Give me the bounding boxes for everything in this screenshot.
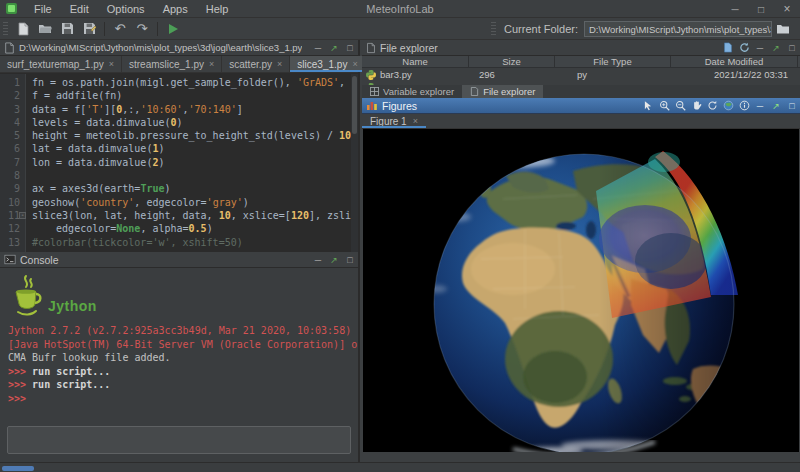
column-header-date-modified[interactable]: Date Modified [671,56,798,67]
editor-minimize-button[interactable]: ─ [310,41,326,55]
editor-tab-bar: surf_texturemap_1.py×streamslice_1.py×sc… [0,56,358,73]
menu-file[interactable]: File [25,0,61,18]
file-row-bar3.py[interactable]: bar3.py296py2021/12/22 03:31 [362,68,800,81]
fold-icon[interactable]: - [19,212,26,219]
figures-maximize-button[interactable]: □ [784,99,800,113]
figure-tab[interactable]: Figure 1 × [362,114,426,128]
console-line: Jython 2.7.2 (v2.7.2:925a3cc3b49d, Mar 2… [8,324,358,338]
open-folder-button[interactable] [34,19,56,39]
line-number: 7 [0,156,25,169]
figure-tab-label: Figure 1 [370,116,407,127]
pointer-icon [643,100,653,111]
save-button[interactable] [56,19,78,39]
new-file-small-button[interactable] [720,41,736,55]
code-editor[interactable]: 1234567891011-1213 fn = os.path.join(mig… [0,74,358,252]
zoom-out-tool-button[interactable] [672,99,688,113]
pointer-tool-button[interactable] [640,99,656,113]
menu-apps[interactable]: Apps [154,0,197,18]
console-minimize-button[interactable]: ─ [310,253,326,267]
column-header-name[interactable]: Name [362,56,469,67]
line-number: 2 [0,89,25,102]
console-maximize-button[interactable]: □ [342,253,358,267]
line-number: 11- [0,209,25,222]
console-popout-button[interactable]: ↗ [326,253,342,267]
console-line: >>> [8,392,358,406]
new-file-button[interactable] [12,19,34,39]
toolbar-grip [3,22,8,36]
console-line: >>> run script... [8,378,358,392]
identify-tool-button[interactable] [736,99,752,113]
file-explorer-maximize-button[interactable]: □ [784,41,800,55]
code-text[interactable]: fn = os.path.join(migl.get_sample_folder… [26,74,351,252]
pan-icon [691,100,702,111]
code-line: geoshow('country', edgecolor='gray') [32,196,351,209]
menu-edit[interactable]: Edit [61,0,98,18]
undo-button[interactable]: ↶ [109,19,131,39]
editor-tab-streamslice_1.py[interactable]: streamslice_1.py× [122,56,222,72]
new-file-icon [17,22,30,36]
code-line: edgecolor=None, alpha=0.5) [32,222,351,235]
browse-folder-button[interactable] [772,19,794,39]
new-file-blue-icon [723,42,733,53]
run-script-button[interactable] [162,19,184,39]
figures-minimize-button[interactable]: ─ [752,99,768,113]
console-line: >>> run script... [8,365,358,379]
zoom-out-icon [675,100,686,111]
editor-tab-slice3_1.py[interactable]: slice3_1.py× [290,56,365,72]
undo-icon: ↶ [115,22,126,35]
tab-close-icon[interactable]: × [109,59,114,69]
refresh-icon [739,42,750,53]
line-number: 6 [0,142,25,155]
editor-tab-scatter.py[interactable]: scatter.py× [222,56,290,72]
console-input[interactable] [7,426,351,454]
close-window-button[interactable]: × [774,0,800,18]
tab-close-icon[interactable]: × [209,59,214,69]
editor-tab-surf_texturemap_1.py[interactable]: surf_texturemap_1.py× [0,56,122,72]
globe-tool-button[interactable] [720,99,736,113]
code-line [32,169,351,182]
file-explorer-popout-button[interactable]: ↗ [768,41,784,55]
menu-help[interactable]: Help [197,0,238,18]
explorer-tab-bar: Variable explorerFile explorer [362,85,800,98]
jython-logo: Jython [10,274,358,320]
editor-tab-label: slice3_1.py [297,59,347,70]
editor-maximize-button[interactable]: □ [342,41,358,55]
column-header-size[interactable]: Size [469,56,555,67]
zoom-in-tool-button[interactable] [656,99,672,113]
refresh-button[interactable] [736,41,752,55]
zoom-in-icon [659,100,670,111]
current-folder-combobox[interactable]: D:\Working\MIScript\Jython\mis\plot_type… [584,21,772,37]
menu-options[interactable]: Options [98,0,154,18]
pan-tool-button[interactable] [688,99,704,113]
file-name: bar3.py [380,69,412,80]
menu-bar: FileEditOptionsAppsHelp MeteoInfoLab ─ □… [0,0,800,18]
meteoinfolab-window: FileEditOptionsAppsHelp MeteoInfoLab ─ □… [0,0,800,472]
file-table: bar3.py296py2021/12/22 03:31 [362,68,800,85]
maximize-window-button[interactable]: □ [748,0,774,18]
save-as-button[interactable] [78,19,100,39]
redo-button[interactable]: ↷ [131,19,153,39]
tab-file-explorer[interactable]: File explorer [462,85,543,98]
minimize-window-button[interactable]: ─ [722,0,748,18]
current-folder-value: D:\Working\MIScript\Jython\mis\plot_type… [585,24,772,35]
code-line: ax = axes3d(earth=True) [32,182,351,195]
figure-tab-close-icon[interactable]: × [413,116,418,126]
editor-scrollbar[interactable] [351,74,358,252]
line-number: 8 [0,169,25,182]
figure-canvas[interactable] [363,129,799,452]
tab-close-icon[interactable]: × [277,59,282,69]
console-line: CMA Bufr lookup file added. [8,351,358,365]
tab-close-icon[interactable]: × [352,59,357,69]
code-line: height = meteolib.pressure_to_height_std… [32,129,351,142]
figure-tab-bar: Figure 1 × [362,114,800,129]
column-header-file-type[interactable]: File Type [555,56,671,67]
tab-variable-explorer[interactable]: Variable explorer [362,85,462,98]
rotate-tool-button[interactable] [704,99,720,113]
line-number: 10 [0,196,25,209]
editor-popout-button[interactable]: ↗ [326,41,342,55]
figures-panel: Figures [362,98,800,452]
code-line: f = addfile(fn) [32,89,351,102]
figures-popout-button[interactable]: ↗ [768,99,784,113]
file-explorer-minimize-button[interactable]: ─ [752,41,768,55]
tab-label: File explorer [483,86,535,97]
